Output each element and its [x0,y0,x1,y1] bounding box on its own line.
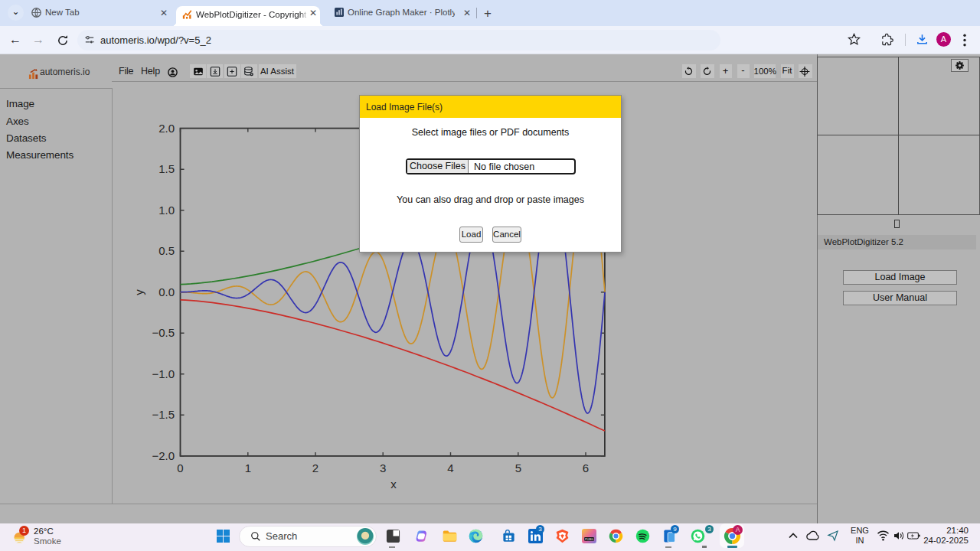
svg-text:−1.0: −1.0 [152,367,175,380]
svg-text:0: 0 [177,461,183,474]
svg-text:x: x [390,478,397,491]
svg-text:1.5: 1.5 [158,162,175,175]
svg-text:−2.0: −2.0 [152,449,175,462]
svg-text:y: y [132,289,145,295]
svg-text:3: 3 [380,461,386,474]
svg-text:2.0: 2.0 [158,122,175,135]
svg-text:PUBG: PUBG [585,537,593,541]
svg-text:0.0: 0.0 [158,285,175,298]
svg-text:5: 5 [515,461,521,474]
svg-text:4: 4 [447,461,453,474]
svg-text:2: 2 [312,461,318,474]
svg-text:0.5: 0.5 [158,244,175,257]
svg-text:1: 1 [245,461,251,474]
svg-text:−0.5: −0.5 [152,326,175,339]
svg-text:1.0: 1.0 [158,204,175,217]
svg-text:6: 6 [583,461,589,474]
svg-text:−1.5: −1.5 [152,408,175,421]
